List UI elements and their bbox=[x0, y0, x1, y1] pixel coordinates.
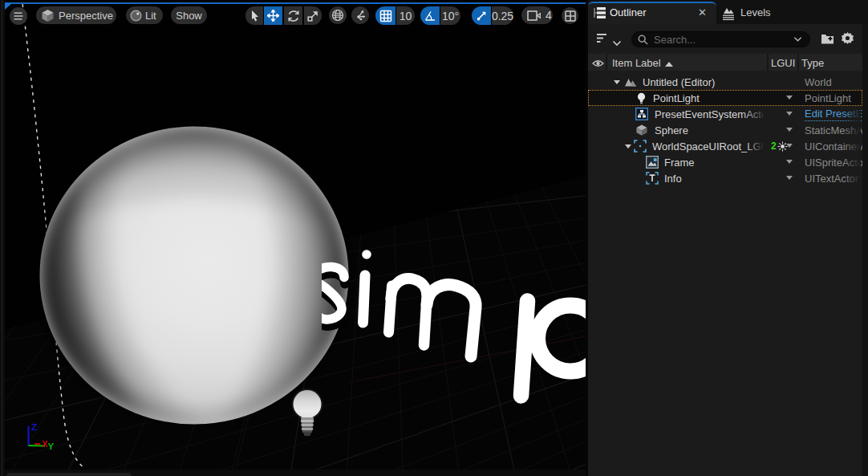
svg-text:Z: Z bbox=[31, 422, 37, 432]
svg-text:Y: Y bbox=[48, 441, 55, 451]
